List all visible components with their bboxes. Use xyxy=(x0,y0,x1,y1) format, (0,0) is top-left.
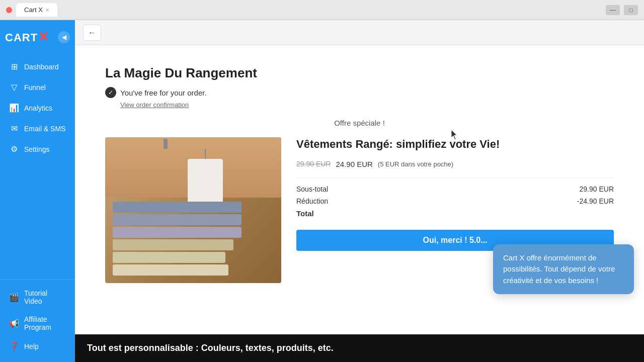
offre-label: Offre spéciale ! xyxy=(105,119,614,127)
sidebar-label-email: Email & SMS xyxy=(24,125,65,133)
browser-tab[interactable]: Cart X × xyxy=(16,3,57,17)
sidebar-item-analytics[interactable]: 📊 Analytics xyxy=(2,98,73,118)
logo-x: ✕ xyxy=(38,29,49,44)
sidebar-label-analytics: Analytics xyxy=(24,104,52,112)
bottom-banner: Tout est personnalisable : Couleurs, tex… xyxy=(75,334,644,362)
logo-text: CART✕ xyxy=(5,29,49,45)
product-image xyxy=(105,137,281,283)
affiliate-icon: 📢 xyxy=(9,319,19,328)
sous-total-label: Sous-total xyxy=(296,185,328,193)
app-container: CART✕ ◀ ⊞ Dashboard ▽ Funnel 📊 Analytics… xyxy=(0,20,644,362)
price-new: 24.90 EUR xyxy=(336,160,372,168)
price-old: 29.90 EUR xyxy=(296,160,331,168)
dashboard-icon: ⊞ xyxy=(9,62,19,71)
minimize-btn[interactable]: — xyxy=(606,5,620,15)
bottom-banner-text: Tout est personnalisable : Couleurs, tex… xyxy=(87,343,334,353)
sidebar-nav: ⊞ Dashboard ▽ Funnel 📊 Analytics ✉ Email… xyxy=(0,53,75,280)
sidebar-label-help: Help xyxy=(24,342,39,350)
sous-total-row: Sous-total 29.90 EUR xyxy=(296,185,614,193)
reduction-label: Réduction xyxy=(296,197,328,205)
sidebar-label-affiliate: Affiliate Program xyxy=(24,315,66,331)
help-icon: ❓ xyxy=(9,341,19,351)
browser-controls: — □ xyxy=(606,5,638,15)
sidebar-logo: CART✕ ◀ xyxy=(0,20,75,53)
fullscreen-btn[interactable]: □ xyxy=(624,5,638,15)
sidebar-label-funnel: Funnel xyxy=(24,83,46,92)
analytics-icon: 📊 xyxy=(9,103,19,113)
funnel-icon: ▽ xyxy=(9,82,19,92)
tab-label: Cart X xyxy=(24,6,43,14)
price-row: 29.90 EUR 24.90 EUR (5 EUR dans votre po… xyxy=(296,160,614,168)
order-free: ✓ You've free for your order. xyxy=(105,87,614,98)
product-info: Vêtements Rangé: simplifiez votre Vie! 2… xyxy=(296,137,614,251)
order-free-text: You've free for your order. xyxy=(120,88,207,97)
folded-clothes xyxy=(105,198,281,283)
total-row: Total xyxy=(296,209,614,218)
preview-area: La Magie Du Rangement ✓ You've free for … xyxy=(75,45,644,334)
reduction-row: Réduction -24.90 EUR xyxy=(296,197,614,205)
tab-close-icon[interactable]: × xyxy=(46,7,49,14)
page-title: La Magie Du Rangement xyxy=(105,65,614,81)
browser-close-btn[interactable] xyxy=(6,7,12,13)
price-note: (5 EUR dans votre poche) xyxy=(378,160,453,168)
sidebar-item-tutorial[interactable]: 🎬 Tutorial Video xyxy=(2,284,73,310)
check-icon: ✓ xyxy=(105,87,116,98)
sidebar-item-funnel[interactable]: ▽ Funnel xyxy=(2,77,73,97)
sidebar-toggle-btn[interactable]: ◀ xyxy=(58,31,70,43)
totals: Sous-total 29.90 EUR Réduction -24.90 EU… xyxy=(296,177,614,218)
sidebar-label-tutorial: Tutorial Video xyxy=(24,289,66,305)
sous-total-value: 29.90 EUR xyxy=(580,185,614,193)
back-button[interactable]: ← xyxy=(83,25,101,41)
sidebar-bottom: 🎬 Tutorial Video 📢 Affiliate Program ❓ H… xyxy=(0,280,75,362)
browser-bar: Cart X × — □ xyxy=(0,0,644,20)
tutorial-icon: 🎬 xyxy=(9,293,19,302)
sidebar-item-settings[interactable]: ⚙ Settings xyxy=(2,139,73,159)
view-confirmation-link[interactable]: View order confirmation xyxy=(120,101,614,109)
sidebar-label-settings: Settings xyxy=(24,145,50,153)
sidebar-item-email-sms[interactable]: ✉ Email & SMS xyxy=(2,119,73,138)
sidebar-item-help[interactable]: ❓ Help xyxy=(2,336,73,356)
top-bar: ← xyxy=(75,20,644,45)
sidebar-item-dashboard[interactable]: ⊞ Dashboard xyxy=(2,57,73,76)
sidebar-label-dashboard: Dashboard xyxy=(24,63,59,71)
tooltip-text: Cart X offre énormément de possibilités.… xyxy=(503,253,615,285)
main-content: ← La Magie Du Rangement ✓ You've free fo… xyxy=(75,20,644,362)
product-title: Vêtements Rangé: simplifiez votre Vie! xyxy=(296,137,614,152)
email-icon: ✉ xyxy=(9,124,19,133)
sidebar-item-affiliate[interactable]: 📢 Affiliate Program xyxy=(2,310,73,336)
settings-icon: ⚙ xyxy=(9,144,19,154)
hanging-clothes xyxy=(105,137,281,198)
tooltip-bubble: Cart X offre énormément de possibilités.… xyxy=(493,244,634,295)
reduction-value: -24.90 EUR xyxy=(577,197,614,205)
total-label: Total xyxy=(296,209,314,218)
sidebar: CART✕ ◀ ⊞ Dashboard ▽ Funnel 📊 Analytics… xyxy=(0,20,75,362)
